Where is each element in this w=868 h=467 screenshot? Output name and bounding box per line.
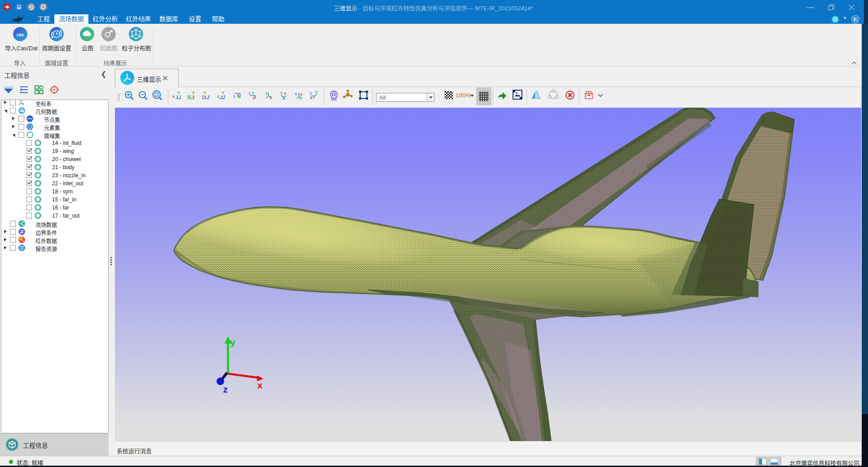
svg-text:x: x: [172, 94, 175, 99]
svg-text:x: x: [22, 102, 24, 105]
svg-text:Y: Y: [315, 91, 318, 95]
svg-text:Y: Y: [222, 91, 224, 95]
svg-text:z: z: [310, 91, 311, 96]
svg-text:Y: Y: [252, 91, 254, 96]
svg-text:z: z: [208, 94, 210, 99]
svg-text:z: z: [283, 96, 285, 100]
svg-text:cas: cas: [17, 31, 24, 38]
svg-text:x: x: [253, 96, 255, 100]
svg-text:z: z: [295, 92, 297, 96]
svg-text:z: z: [189, 94, 191, 99]
svg-text:x: x: [257, 380, 263, 390]
svg-text:x: x: [204, 94, 206, 99]
svg-text:z: z: [19, 102, 21, 105]
svg-text:x: x: [310, 96, 312, 100]
svg-text:z: z: [223, 384, 228, 394]
svg-text:z: z: [217, 94, 219, 99]
svg-text:Y: Y: [280, 91, 283, 96]
svg-text:x: x: [193, 94, 195, 99]
svg-text:x: x: [237, 93, 239, 97]
svg-text:Y: Y: [299, 96, 302, 100]
svg-text:z: z: [233, 94, 235, 99]
svg-text:Y: Y: [177, 91, 180, 95]
svg-text:x: x: [284, 91, 286, 96]
svg-text:x: x: [270, 96, 272, 100]
svg-text:z: z: [249, 91, 250, 96]
svg-text:y: y: [230, 337, 236, 347]
svg-text:Y: Y: [265, 92, 268, 96]
